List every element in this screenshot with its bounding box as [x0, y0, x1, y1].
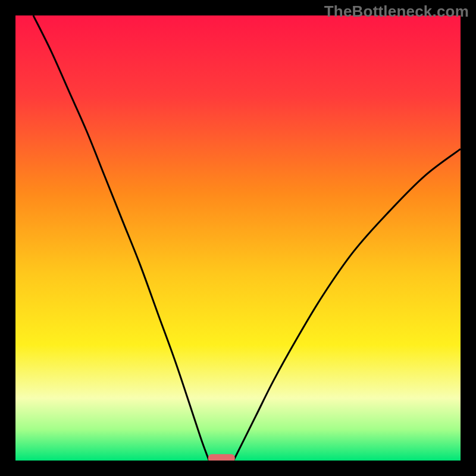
- gradient-background: [15, 15, 461, 461]
- bottom-marker: [208, 454, 235, 461]
- chart-frame: TheBottleneck.com: [0, 0, 476, 476]
- plot-area: [15, 15, 461, 461]
- watermark-text: TheBottleneck.com: [324, 2, 469, 21]
- chart-svg: [15, 15, 461, 461]
